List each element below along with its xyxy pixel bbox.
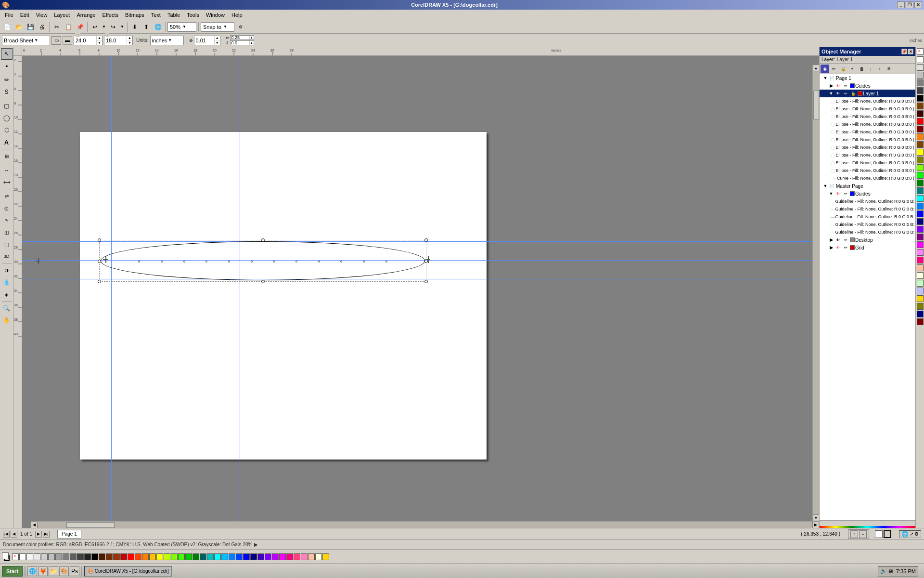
node-3[interactable] [183,261,185,263]
handle-bl[interactable] [98,280,101,283]
handle-tm[interactable] [261,238,265,242]
first-page-button[interactable]: |◀ [3,531,10,538]
om-page1-expander[interactable]: ▼ [822,75,828,81]
scroll-hthumb[interactable] [66,522,115,528]
blend-tool[interactable]: ⇌ [1,190,13,202]
swatch-gray[interactable] [917,79,924,86]
om-guides2-eye[interactable]: 👁 [834,190,841,197]
om-desktop-expander[interactable]: ▶ [828,237,834,243]
om-masterpage-expander[interactable]: ▼ [822,183,828,189]
node-7[interactable] [273,261,275,263]
cb-pink1[interactable] [294,553,300,560]
handle-br[interactable] [424,280,428,283]
om-guide4[interactable]: — Guideline - Fill: None, Outline: R:0 G… [820,221,915,228]
handle-bm[interactable] [261,280,265,283]
canvas-scroll[interactable]: ▲ ▼ ◀ ▶ [22,56,819,528]
transparency-tool[interactable]: ◑ [1,264,13,276]
om-guides2-expander[interactable]: ▼ [828,191,834,197]
cb-green2[interactable] [185,553,192,560]
swatch-lightgreen[interactable] [917,280,924,287]
width-down[interactable]: ▼ [96,40,102,45]
redo-button[interactable]: ↪ [108,22,118,32]
height-input[interactable]: ↕ 18.0 ▲ ▼ [104,36,133,45]
extrude-tool[interactable]: 3D [1,250,13,262]
cb-green3[interactable] [192,553,199,560]
swatch-olive[interactable] [917,303,924,310]
open-button[interactable]: 📂 [13,22,24,32]
polygon-tool[interactable]: ⬡ [1,124,13,136]
om-lock-button[interactable]: 🔒 [839,65,847,73]
node-4[interactable] [205,261,207,263]
swatch-darkyellow[interactable] [917,157,924,163]
node-5[interactable] [228,261,230,263]
zoom-out-status[interactable]: − [859,530,867,538]
om-ellipse-5[interactable]: ◯ Ellipse - Fill: None, Outline: R:0 G:0… [820,128,915,136]
om-guide1[interactable]: — Guideline - Fill: None, Outline: R:0 G… [820,197,915,205]
swatch-orange[interactable] [917,133,924,140]
zoom-in-status[interactable]: + [850,530,858,538]
om-layer1-lock[interactable]: 🔒 [850,90,857,97]
dup-v-up[interactable]: ▲ [249,41,254,45]
scroll-down-button[interactable]: ▼ [813,514,820,521]
scroll-left-button[interactable]: ◀ [31,522,38,528]
om-guides1-expander[interactable]: ▶ [828,83,834,89]
swatch-white[interactable] [917,56,924,63]
node-8[interactable] [295,261,297,263]
text-tool[interactable]: A [1,136,13,148]
cb-magenta1[interactable] [279,553,286,560]
om-ellipse-8[interactable]: ◯ Ellipse - Fill: None, Outline: R:0 G:0… [820,151,915,159]
swatch-silver[interactable] [917,72,924,79]
swatch-blue[interactable] [917,210,924,217]
om-ellipse-9[interactable]: ◯ Ellipse - Fill: None, Outline: R:0 G:0… [820,159,915,167]
om-guides1-lock[interactable]: ✏ [842,82,849,89]
smart-draw-tool[interactable]: S [1,86,13,98]
om-curve-1[interactable]: ∿ Curve - Fill: None, Outline: R:0 G:0 B… [820,174,915,182]
swatch-teal[interactable] [917,187,924,194]
nudge-down[interactable]: ▼ [214,40,220,45]
height-down[interactable]: ▼ [127,40,132,45]
cb-s6[interactable] [63,553,69,560]
om-layer1-expander[interactable]: ▼ [828,91,834,96]
cut-button[interactable]: ✂ [51,22,62,32]
distort-tool[interactable]: ∿ [1,214,13,226]
node-9[interactable] [318,261,320,263]
cb-s8[interactable] [77,553,84,560]
menu-arrange[interactable]: Arrange [74,11,98,19]
swatch-darkorange[interactable] [917,141,924,148]
height-up[interactable]: ▲ [127,36,132,40]
zoom-tool[interactable]: 🔍 [1,302,13,314]
swatch-red[interactable] [917,118,924,125]
paste-button[interactable]: 📌 [75,22,85,32]
ellipse-tool[interactable]: ◯ [1,112,13,124]
cb-teal1[interactable] [200,553,206,560]
cb-brown3[interactable] [113,553,120,560]
scroll-up-button[interactable]: ▲ [813,65,820,71]
canvas-page[interactable] [80,132,487,460]
dup-h-up[interactable]: ▲ [249,36,254,39]
no-color-swatch[interactable] [917,48,924,55]
freehand-tool[interactable]: ✏ [1,74,13,86]
om-guides1[interactable]: ▶ 👁 ✏ Guides [820,82,915,90]
swatch-darkpurple[interactable] [917,234,924,240]
nudge-up[interactable]: ▲ [214,36,220,40]
om-ellipse-2[interactable]: ◯ Ellipse - Fill: None, Outline: R:0 G:0… [820,105,915,113]
om-close-button[interactable]: ✕ [908,49,913,54]
cb-skin1[interactable] [308,553,315,560]
cb-blue2[interactable] [236,553,243,560]
node-6[interactable] [251,261,253,263]
menu-bitmaps[interactable]: Bitmaps [122,11,147,19]
cb-s1[interactable] [26,553,33,560]
quicklaunch-photoshop[interactable]: Ps [70,566,79,576]
cb-purple2[interactable] [265,553,271,560]
portrait-button[interactable]: ▭ [51,36,61,45]
width-up[interactable]: ▲ [96,36,102,40]
table-tool[interactable]: ⊞ [1,150,13,162]
snap-options-button[interactable]: ⚙ [235,22,246,32]
node-1[interactable] [138,261,140,263]
om-guides2[interactable]: ▼ 👁 ✏ Guides [820,190,915,197]
cb-s9[interactable] [84,553,91,560]
quicklaunch-ie[interactable]: 🌐 [27,566,37,576]
swatch-gold[interactable] [917,295,924,302]
om-ellipse-6[interactable]: ◯ Ellipse - Fill: None, Outline: R:0 G:0… [820,136,915,144]
scroll-vthumb[interactable] [813,91,819,119]
